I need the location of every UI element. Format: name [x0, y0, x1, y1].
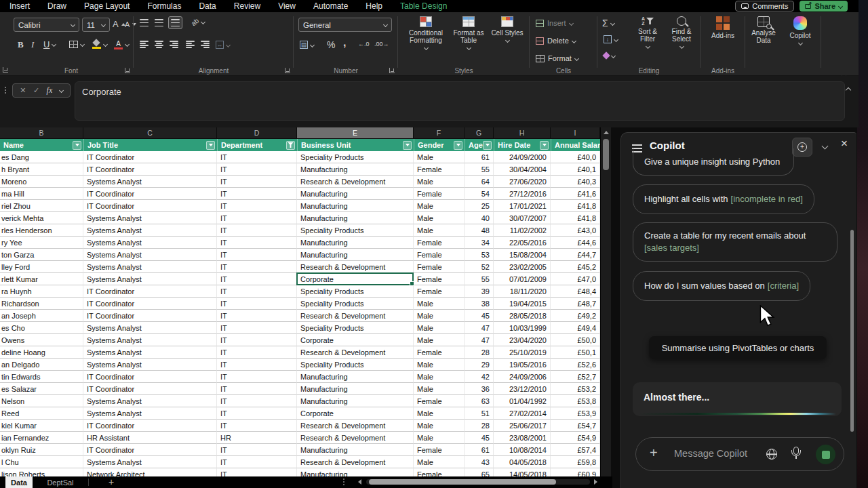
- cell[interactable]: 39: [465, 285, 494, 298]
- cell[interactable]: Male: [414, 212, 465, 224]
- bold-button[interactable]: B: [18, 39, 24, 50]
- cell[interactable]: an Joseph: [0, 310, 83, 322]
- cell[interactable]: £41,8: [551, 212, 600, 224]
- close-panel-icon[interactable]: ×: [841, 137, 848, 150]
- format-as-table-button[interactable]: Format as Table: [449, 16, 488, 49]
- cell[interactable]: 25/06/2017: [494, 420, 551, 432]
- cell[interactable]: IT: [217, 224, 297, 237]
- cell[interactable]: Research & Development: [297, 310, 414, 322]
- cell[interactable]: 11/02/2002: [494, 224, 551, 237]
- cell[interactable]: Male: [414, 310, 465, 322]
- cell[interactable]: Corporate: [297, 273, 414, 285]
- cell[interactable]: Female: [414, 188, 465, 200]
- sheet-tab-data[interactable]: Data: [5, 476, 33, 488]
- cell[interactable]: £54,7: [551, 420, 600, 432]
- cell[interactable]: £59,8: [551, 456, 600, 468]
- cell[interactable]: Speciality Products: [297, 151, 414, 163]
- cell[interactable]: Systems Analyst: [83, 334, 217, 346]
- column-header[interactable]: Department: [217, 139, 297, 151]
- cell[interactable]: Speciality Products: [297, 224, 414, 237]
- cancel-icon[interactable]: ✕: [20, 86, 26, 95]
- cell[interactable]: IT: [217, 444, 297, 456]
- column-letter-F[interactable]: F: [414, 127, 465, 138]
- ribbon-tab-review[interactable]: Review: [234, 1, 260, 11]
- column-letter-E[interactable]: E: [297, 127, 414, 138]
- cell[interactable]: IT: [217, 371, 297, 383]
- cell[interactable]: £40,3: [551, 176, 600, 188]
- cell-styles-button[interactable]: Cell Styles: [490, 16, 525, 42]
- collapse-panel-chevron-icon[interactable]: [822, 143, 829, 150]
- cell[interactable]: Systems Analyst: [83, 237, 217, 249]
- cell[interactable]: Female: [414, 261, 465, 273]
- number-format-select[interactable]: General: [298, 18, 392, 32]
- merge-center-button[interactable]: ↔: [216, 41, 230, 49]
- cell[interactable]: £53,2: [551, 383, 600, 395]
- column-letter-B[interactable]: B: [0, 127, 83, 138]
- cell[interactable]: IT: [217, 285, 297, 298]
- cell[interactable]: 51: [465, 407, 494, 420]
- filter-dropdown-icon[interactable]: [483, 141, 492, 150]
- cell[interactable]: 63: [465, 395, 494, 407]
- cell[interactable]: IT: [217, 359, 297, 371]
- filter-dropdown-icon[interactable]: [454, 141, 462, 150]
- cell[interactable]: 29: [465, 359, 494, 371]
- cell[interactable]: IT: [217, 273, 297, 285]
- cell[interactable]: Female: [414, 346, 465, 359]
- suggestion-chip[interactable]: Highlight all cells with[incomplete in r…: [633, 184, 814, 214]
- cell[interactable]: 23/12/2010: [494, 383, 551, 395]
- delete-cells-button[interactable]: Delete: [536, 34, 576, 47]
- ribbon-tab-table-design[interactable]: Table Design: [400, 1, 447, 11]
- cell[interactable]: Female: [414, 395, 465, 407]
- column-letter-D[interactable]: D: [217, 127, 297, 138]
- decrease-indent-icon[interactable]: [186, 41, 195, 48]
- clear-button[interactable]: [604, 53, 615, 58]
- filter-dropdown-icon[interactable]: [73, 141, 81, 150]
- cell[interactable]: 43: [465, 456, 494, 468]
- cell[interactable]: IT: [217, 322, 297, 334]
- scroll-up-arrow-icon[interactable]: [604, 131, 609, 134]
- cell[interactable]: Speciality Products: [297, 359, 414, 371]
- cell[interactable]: IT: [217, 420, 297, 432]
- cell[interactable]: 07/01/2009: [494, 273, 551, 285]
- shrink-font-button[interactable]: A: [125, 20, 136, 28]
- column-letter-I[interactable]: I: [551, 127, 600, 138]
- grow-font-button[interactable]: A: [113, 19, 125, 29]
- cell[interactable]: es Dang: [0, 151, 83, 163]
- top-align-icon[interactable]: [140, 19, 149, 26]
- cell[interactable]: tin Edwards: [0, 371, 83, 383]
- cell[interactable]: an Delgado: [0, 359, 83, 371]
- cell[interactable]: 61: [465, 444, 494, 456]
- cell[interactable]: kiel Kumar: [0, 420, 83, 432]
- cell[interactable]: £48,7: [551, 298, 600, 310]
- fill-down-button[interactable]: ↓: [604, 35, 618, 43]
- cell[interactable]: £44,7: [551, 249, 600, 261]
- cell[interactable]: Manufacturing: [297, 444, 414, 456]
- filter-dropdown-icon[interactable]: [206, 141, 215, 150]
- scroll-right-arrow-icon[interactable]: [594, 479, 597, 485]
- cell[interactable]: ry Yee: [0, 237, 83, 249]
- cell[interactable]: Research & Development: [297, 456, 414, 468]
- cell[interactable]: Systems Analyst: [83, 322, 217, 334]
- cell[interactable]: l Chu: [0, 456, 83, 468]
- cell[interactable]: Male: [414, 383, 465, 395]
- cell[interactable]: IT: [217, 176, 297, 188]
- cell[interactable]: IT: [217, 456, 297, 468]
- cell[interactable]: IT: [217, 310, 297, 322]
- cell[interactable]: 55: [465, 163, 494, 176]
- cell[interactable]: IT Coordinator: [83, 200, 217, 212]
- cell[interactable]: 30/04/2004: [494, 163, 551, 176]
- column-header[interactable]: Annual Salar: [551, 139, 600, 151]
- cell[interactable]: IT: [217, 212, 297, 224]
- cell[interactable]: Richardson: [0, 298, 83, 310]
- horizontal-scrollbar-thumb[interactable]: [369, 479, 556, 485]
- cell[interactable]: h Bryant: [0, 163, 83, 176]
- cell[interactable]: verick Mehta: [0, 212, 83, 224]
- cell[interactable]: 23/02/2005: [494, 261, 551, 273]
- cell[interactable]: 17/01/2021: [494, 200, 551, 212]
- cell[interactable]: 15/08/2004: [494, 249, 551, 261]
- sheet-options-icon[interactable]: [343, 479, 344, 480]
- middle-align-icon[interactable]: [155, 19, 163, 26]
- cell[interactable]: £53,8: [551, 395, 600, 407]
- filter-dropdown-icon[interactable]: [540, 141, 549, 150]
- cell[interactable]: Female: [414, 273, 465, 285]
